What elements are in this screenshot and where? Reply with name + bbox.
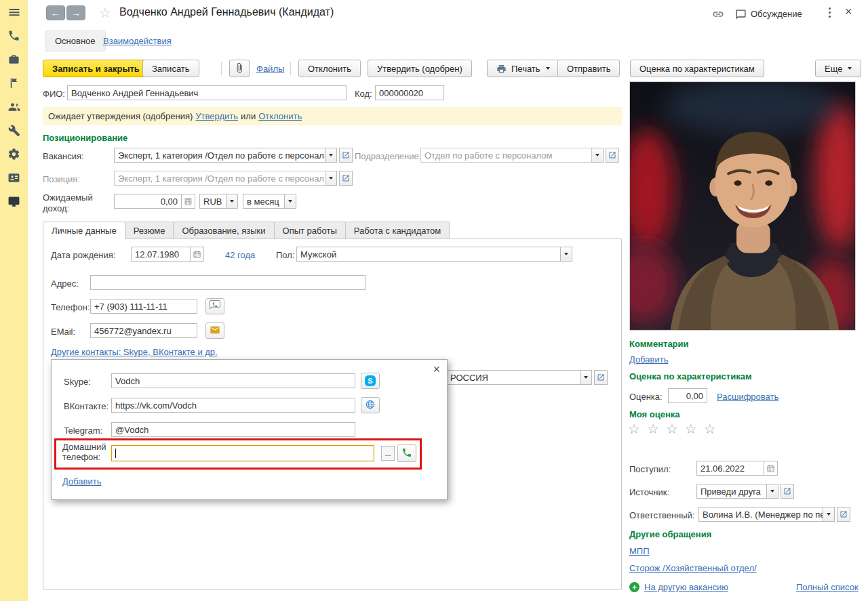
briefcase-icon[interactable] [0,47,28,71]
gender-dropdown-button[interactable] [561,247,572,262]
code-input[interactable]: 000000020 [375,85,444,100]
tab-main[interactable]: Основное [45,30,106,51]
tab-work-with-candidate[interactable]: Работа с кандидатом [346,222,450,239]
mpp-link[interactable]: МПП [629,546,650,556]
skype-input[interactable]: Vodch [111,373,355,388]
flag-icon[interactable] [0,71,28,95]
monitor-icon[interactable] [0,190,28,213]
watchman-application-link[interactable]: Сторож /Хозяйственный отдел/ [629,563,757,573]
files-link[interactable]: Файлы [256,64,284,74]
decode-rating-link[interactable]: Расшифровать [717,392,778,402]
tab-interactions[interactable]: Взаимодействия [103,36,172,46]
star-icon[interactable] [647,422,659,436]
popup-add-link[interactable]: Добавить [62,476,101,486]
print-button[interactable]: Печать [487,60,559,77]
send-email-button[interactable] [205,323,224,339]
nav-back-button[interactable] [46,5,65,20]
gear-icon[interactable] [0,142,28,166]
vacancy-label: Вакансия: [43,151,84,161]
people-icon[interactable] [0,95,28,119]
country-input[interactable]: РОССИЯ [446,370,580,385]
dial-phone-button[interactable] [397,444,416,462]
favorite-star-icon[interactable] [99,6,111,20]
home-phone-input[interactable] [111,445,374,461]
skype-call-button[interactable] [361,373,380,389]
source-input[interactable]: Приведи друга [696,484,767,499]
vk-open-button[interactable] [361,397,380,413]
rating-input[interactable]: 0,00 [668,388,707,403]
menu-icon[interactable] [0,0,28,24]
star-icon[interactable] [685,422,697,436]
to-other-vacancy-link[interactable]: На другую вакансию [644,582,728,592]
save-and-close-button[interactable]: Записать и закрыть [43,60,149,77]
department-open-button[interactable] [606,148,619,163]
popup-close-icon[interactable] [433,363,440,375]
calendar-button[interactable] [191,247,204,262]
birth-date-input[interactable]: 12.07.1980 [131,247,191,262]
comments-add-link[interactable]: Добавить [629,354,668,365]
department-input[interactable]: Отдел по работе с персоналом [420,148,592,163]
more-button[interactable]: Еще [815,60,861,77]
save-button[interactable]: Записать [142,60,199,77]
calendar-button[interactable] [764,461,778,476]
phone-input[interactable]: +7 (903) 111-11-11 [90,299,197,314]
tab-personal-data[interactable]: Личные данные [43,222,125,239]
country-dropdown-button[interactable] [580,370,592,385]
star-icon[interactable] [704,422,716,436]
vacancy-input[interactable]: Эксперт, 1 категория /Отдел по работе с … [114,148,326,163]
source-open-button[interactable] [781,484,794,499]
discussion-bubble-icon[interactable] [735,9,747,22]
tab-experience[interactable]: Опыт работы [275,222,346,239]
status-reject-link[interactable]: Отклонить [258,111,302,121]
position-dropdown-button[interactable] [326,171,337,186]
period-dropdown-button[interactable] [285,194,296,209]
responsible-dropdown-button[interactable] [823,507,835,522]
income-input[interactable]: 0,00 [114,194,182,209]
tab-education[interactable]: Образование, языки [174,222,274,239]
close-icon[interactable] [845,5,852,18]
responsible-open-button[interactable] [837,507,850,522]
chevron-down-icon [546,67,550,70]
reject-button[interactable]: Отклонить [298,60,361,77]
star-icon[interactable] [666,422,678,436]
source-dropdown-button[interactable] [767,484,778,499]
phone-icon[interactable] [0,24,28,47]
currency-dropdown-button[interactable] [226,194,238,209]
add-plus-icon[interactable] [629,582,639,592]
source-label: Источник: [629,487,669,497]
period-input[interactable]: в месяц [243,194,285,209]
calculator-button[interactable] [182,194,195,209]
send-sms-button[interactable] [205,298,224,314]
currency-input[interactable]: RUB [199,194,226,209]
send-button[interactable]: Отправить [557,60,620,77]
fio-input[interactable]: Водченко Андрей Геннадьевич [67,85,347,100]
received-date-input[interactable]: 21.06.2022 [696,461,764,476]
address-input[interactable] [90,275,366,290]
attach-file-button[interactable] [229,60,250,77]
gender-input[interactable]: Мужской [296,247,561,262]
other-contacts-link[interactable]: Другие контакты: Skype, ВКонтакте и др. [51,347,218,357]
full-list-link[interactable]: Полный список [796,582,859,592]
responsible-input[interactable]: Волина И.В. (Менеджер по пер [698,507,823,522]
position-input[interactable]: Эксперт, 1 категория /Отдел по работе с … [114,171,326,186]
wrench-icon[interactable] [0,119,28,142]
link-icon[interactable] [712,8,724,22]
discussion-label[interactable]: Обсуждение [751,9,802,19]
tab-resume[interactable]: Резюме [125,222,174,239]
kebab-menu-icon[interactable] [829,7,831,9]
nav-forward-button[interactable] [66,5,85,20]
country-open-button[interactable] [594,370,608,385]
department-dropdown-button[interactable] [592,148,604,163]
star-icon[interactable] [628,422,640,436]
telegram-input[interactable]: @Vodch [111,422,355,437]
rating-button[interactable]: Оценка по характеристикам [630,60,764,77]
vk-input[interactable]: https://vk.com/Vodch [111,398,355,413]
vacancy-open-button[interactable] [339,148,353,163]
status-approve-link[interactable]: Утвердить [195,111,238,121]
vacancy-dropdown-button[interactable] [326,148,337,163]
position-open-button[interactable] [339,171,353,186]
approve-button[interactable]: Утвердить (одобрен) [368,60,472,77]
home-phone-more-button[interactable]: ... [381,446,395,461]
contacts-icon[interactable] [0,166,28,190]
email-input[interactable]: 456772@yandex.ru [90,323,197,338]
